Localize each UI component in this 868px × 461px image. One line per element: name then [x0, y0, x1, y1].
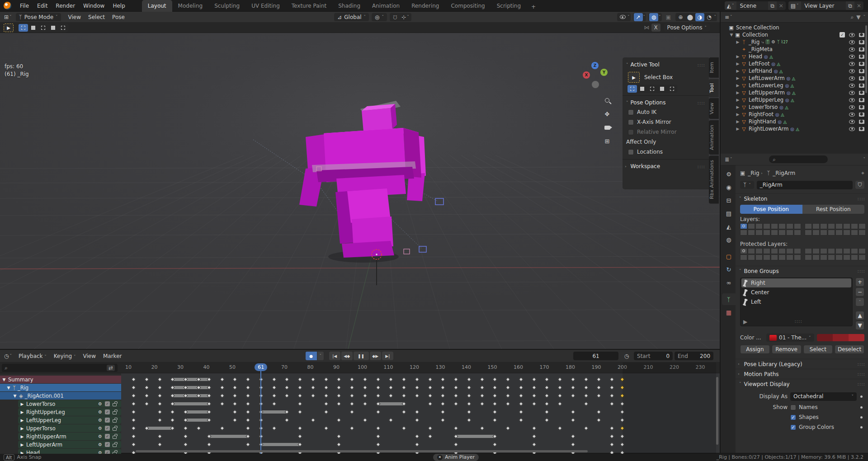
keyframe[interactable] — [337, 418, 341, 422]
sidebar-tab-animation[interactable]: Animation — [709, 120, 719, 155]
keyframe[interactable] — [132, 442, 136, 447]
gizmo-axis-y[interactable]: Y — [600, 69, 608, 76]
keyframe[interactable] — [545, 377, 549, 381]
hide-eye-icon[interactable] — [849, 127, 855, 131]
channel-leftupperleg[interactable]: ▶LeftUpperLeg⚙✓ — [18, 416, 121, 424]
disable-render-icon[interactable] — [859, 55, 864, 59]
keyframe[interactable] — [233, 393, 237, 398]
armature-layers-grid[interactable] — [736, 223, 868, 235]
modifier-wrench-icon[interactable]: ⚙ — [98, 401, 102, 406]
layer-cell[interactable] — [786, 230, 793, 235]
keyframe[interactable] — [454, 401, 458, 406]
protected-layer-cell[interactable] — [778, 248, 786, 254]
pivot-point-dropdown[interactable]: ◎˅ — [372, 13, 387, 21]
properties-tab-object-data[interactable]: ᛉ — [722, 293, 736, 305]
protected-layer-cell[interactable] — [794, 248, 801, 254]
keyframe[interactable] — [196, 426, 201, 430]
keyframe[interactable] — [480, 401, 484, 406]
list-expander-icon[interactable]: ▶ — [743, 319, 747, 325]
select-mode-extend[interactable] — [637, 85, 647, 93]
keyframe[interactable] — [144, 385, 149, 390]
layer-cell[interactable] — [835, 230, 843, 235]
keyframe[interactable] — [506, 401, 510, 406]
layer-cell[interactable] — [794, 223, 801, 229]
hide-eye-icon[interactable] — [849, 47, 855, 52]
shading-wireframe-button[interactable]: ⊕ — [676, 13, 685, 21]
keyframe[interactable] — [480, 377, 484, 381]
select-mode-intersect[interactable] — [58, 24, 68, 32]
expander-icon[interactable]: ▶ — [735, 127, 741, 131]
keyframe[interactable] — [311, 418, 315, 422]
keyframe[interactable] — [285, 393, 289, 398]
layer-cell[interactable] — [755, 223, 763, 229]
scene-icon[interactable]: ◭˅ — [725, 1, 736, 10]
navigation-gizmo[interactable]: ZYX — [582, 62, 609, 88]
keyframe[interactable] — [132, 393, 136, 398]
new-view-layer-button[interactable]: ⧉ — [846, 1, 854, 10]
protected-layer-cell[interactable] — [786, 248, 793, 254]
protected-layer-cell[interactable] — [740, 254, 747, 260]
keyframe[interactable] — [402, 409, 406, 414]
channel-enable-checkbox[interactable]: ✓ — [105, 418, 110, 423]
keyframe[interactable] — [597, 409, 601, 414]
select-button[interactable]: Select — [803, 345, 833, 354]
move-group-up-button[interactable]: ▲ — [855, 311, 864, 320]
keyframe[interactable] — [298, 434, 302, 438]
outliner-filter-icon[interactable]: ▼ — [856, 14, 860, 20]
keyframe[interactable] — [220, 401, 224, 406]
keyframe[interactable] — [571, 377, 575, 381]
keyframe[interactable] — [246, 442, 250, 447]
keyframe[interactable] — [415, 409, 419, 414]
keyframe[interactable] — [519, 409, 523, 414]
keyframe[interactable] — [428, 401, 432, 406]
keyframe[interactable] — [389, 418, 393, 422]
locations-checkbox[interactable] — [628, 149, 634, 155]
keyframe[interactable] — [454, 393, 458, 398]
channel-leftupperarm[interactable]: ▶LeftUpperArm⚙✓ — [18, 441, 121, 448]
keyframe[interactable] — [246, 385, 250, 390]
properties-options-dropdown[interactable]: ˅ — [863, 157, 866, 161]
protected-layer-cell[interactable] — [786, 254, 793, 260]
keyframe[interactable] — [389, 393, 393, 398]
layer-cell[interactable] — [851, 230, 858, 235]
modifier-wrench-icon[interactable]: ⚙ — [98, 418, 102, 423]
workspace-tab-animation[interactable]: Animation — [366, 0, 406, 12]
keyframe[interactable] — [298, 426, 302, 430]
keyframe[interactable] — [233, 377, 237, 381]
keyframe[interactable] — [545, 385, 549, 390]
shading-dropdown[interactable]: ˅ — [714, 15, 717, 19]
expander-icon[interactable]: ▶ — [735, 119, 741, 124]
layer-cell[interactable] — [805, 230, 812, 235]
keyframe[interactable] — [584, 377, 588, 381]
outliner-row-leftupperarm[interactable]: ▶▽LeftUpperArm◎ ◬ — [721, 89, 868, 96]
keyframe[interactable] — [389, 385, 393, 390]
disable-render-icon[interactable] — [859, 105, 864, 109]
properties-tab-physics[interactable]: ↻ — [722, 263, 736, 275]
hide-eye-icon[interactable] — [849, 91, 855, 95]
hide-eye-icon[interactable] — [849, 84, 855, 88]
keyframe[interactable] — [558, 426, 562, 430]
layer-cell[interactable] — [786, 223, 793, 229]
keyframe[interactable] — [311, 393, 315, 398]
keyframe-hold-bar[interactable] — [261, 410, 287, 414]
keyframe[interactable] — [571, 385, 575, 390]
workspace-tab-texture-paint[interactable]: Texture Paint — [286, 0, 332, 12]
disable-render-icon[interactable] — [859, 98, 864, 102]
ortho-toggle-icon[interactable]: ⊞ — [602, 136, 612, 146]
keyframe[interactable] — [157, 401, 162, 406]
keyframe[interactable] — [415, 418, 419, 422]
keyframe-hold-bar[interactable] — [173, 386, 209, 389]
menu-window[interactable]: Window — [79, 0, 108, 12]
layer-cell[interactable] — [794, 230, 801, 235]
disable-render-icon[interactable] — [859, 69, 864, 73]
menu-render[interactable]: Render — [52, 0, 79, 12]
blender-logo-icon[interactable] — [4, 2, 11, 9]
pose-options-panel-header[interactable]: ˅Pose Options:::: — [626, 98, 705, 107]
layer-cell[interactable] — [859, 223, 866, 229]
keyframe[interactable] — [519, 393, 523, 398]
keyframe[interactable] — [402, 393, 406, 398]
shading-rendered-button[interactable]: ◔ — [705, 13, 714, 21]
keyframe[interactable] — [506, 377, 510, 381]
layer-cell[interactable] — [763, 230, 770, 235]
properties-tab-output[interactable]: ⊟ — [722, 194, 736, 206]
